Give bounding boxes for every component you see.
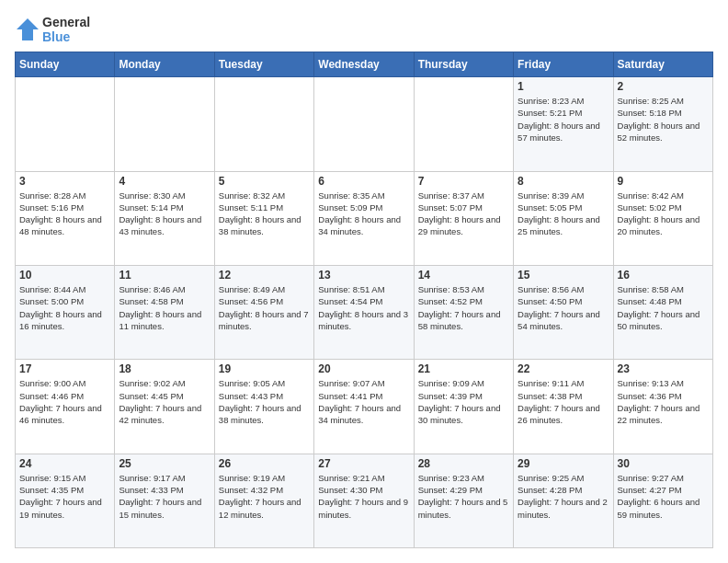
day-number: 23 — [618, 362, 709, 375]
day-info: Sunrise: 9:02 AM Sunset: 4:45 PM Dayligh… — [119, 377, 210, 426]
day-number: 20 — [318, 362, 409, 375]
day-cell: 16Sunrise: 8:58 AM Sunset: 4:48 PM Dayli… — [613, 265, 712, 359]
day-number: 11 — [119, 269, 210, 282]
day-cell: 4Sunrise: 8:30 AM Sunset: 5:14 PM Daylig… — [115, 171, 214, 265]
logo-container: General Blue — [15, 15, 90, 44]
week-row-0: 1Sunrise: 8:23 AM Sunset: 5:21 PM Daylig… — [16, 77, 713, 171]
day-info: Sunrise: 9:07 AM Sunset: 4:41 PM Dayligh… — [318, 377, 409, 426]
day-cell: 5Sunrise: 8:32 AM Sunset: 5:11 PM Daylig… — [214, 171, 313, 265]
day-cell: 6Sunrise: 8:35 AM Sunset: 5:09 PM Daylig… — [314, 171, 414, 265]
day-number: 16 — [618, 269, 709, 282]
day-info: Sunrise: 8:35 AM Sunset: 5:09 PM Dayligh… — [318, 190, 409, 238]
day-info: Sunrise: 9:19 AM Sunset: 4:32 PM Dayligh… — [219, 472, 310, 521]
header-thursday: Thursday — [414, 52, 513, 77]
week-row-4: 24Sunrise: 9:15 AM Sunset: 4:35 PM Dayli… — [16, 454, 713, 547]
day-info: Sunrise: 9:05 AM Sunset: 4:43 PM Dayligh… — [219, 377, 310, 426]
day-cell: 24Sunrise: 9:15 AM Sunset: 4:35 PM Dayli… — [16, 454, 115, 547]
day-cell: 11Sunrise: 8:46 AM Sunset: 4:58 PM Dayli… — [115, 265, 214, 359]
day-info: Sunrise: 8:39 AM Sunset: 5:05 PM Dayligh… — [518, 190, 609, 238]
week-row-3: 17Sunrise: 9:00 AM Sunset: 4:46 PM Dayli… — [16, 360, 713, 454]
day-cell: 28Sunrise: 9:23 AM Sunset: 4:29 PM Dayli… — [414, 454, 513, 547]
day-cell: 13Sunrise: 8:51 AM Sunset: 4:54 PM Dayli… — [314, 265, 414, 359]
day-info: Sunrise: 8:28 AM Sunset: 5:16 PM Dayligh… — [19, 190, 110, 238]
day-number: 5 — [219, 175, 310, 188]
day-cell: 14Sunrise: 8:53 AM Sunset: 4:52 PM Dayli… — [414, 265, 513, 359]
day-info: Sunrise: 8:51 AM Sunset: 4:54 PM Dayligh… — [318, 283, 409, 332]
day-number: 27 — [318, 457, 409, 470]
day-cell: 22Sunrise: 9:11 AM Sunset: 4:38 PM Dayli… — [514, 360, 613, 454]
day-cell: 15Sunrise: 8:56 AM Sunset: 4:50 PM Dayli… — [514, 265, 613, 359]
header-saturday: Saturday — [613, 52, 712, 77]
day-number: 19 — [219, 362, 310, 375]
day-cell — [314, 77, 414, 171]
day-cell: 25Sunrise: 9:17 AM Sunset: 4:33 PM Dayli… — [115, 454, 214, 547]
day-cell: 20Sunrise: 9:07 AM Sunset: 4:41 PM Dayli… — [314, 360, 414, 454]
day-cell: 8Sunrise: 8:39 AM Sunset: 5:05 PM Daylig… — [514, 171, 613, 265]
day-cell: 27Sunrise: 9:21 AM Sunset: 4:30 PM Dayli… — [314, 454, 414, 547]
logo-text-block: General Blue — [42, 15, 90, 44]
day-number: 24 — [19, 457, 110, 470]
day-info: Sunrise: 8:49 AM Sunset: 4:56 PM Dayligh… — [219, 283, 310, 332]
header-friday: Friday — [514, 52, 613, 77]
day-number: 13 — [318, 269, 409, 282]
day-cell: 29Sunrise: 9:25 AM Sunset: 4:28 PM Dayli… — [514, 454, 613, 547]
day-number: 1 — [518, 80, 609, 93]
day-number: 12 — [219, 269, 310, 282]
day-info: Sunrise: 8:42 AM Sunset: 5:02 PM Dayligh… — [618, 190, 709, 238]
day-number: 4 — [119, 175, 210, 188]
day-number: 14 — [418, 269, 509, 282]
svg-marker-0 — [17, 18, 39, 40]
day-cell — [214, 77, 313, 171]
day-number: 22 — [518, 362, 609, 375]
day-cell: 9Sunrise: 8:42 AM Sunset: 5:02 PM Daylig… — [613, 171, 712, 265]
day-info: Sunrise: 8:32 AM Sunset: 5:11 PM Dayligh… — [219, 190, 310, 238]
day-number: 29 — [518, 457, 609, 470]
day-cell — [115, 77, 214, 171]
day-info: Sunrise: 9:15 AM Sunset: 4:35 PM Dayligh… — [19, 472, 110, 521]
day-number: 18 — [119, 362, 210, 375]
day-cell: 1Sunrise: 8:23 AM Sunset: 5:21 PM Daylig… — [514, 77, 613, 171]
day-info: Sunrise: 9:17 AM Sunset: 4:33 PM Dayligh… — [119, 472, 210, 521]
day-number: 25 — [119, 457, 210, 470]
week-row-2: 10Sunrise: 8:44 AM Sunset: 5:00 PM Dayli… — [16, 265, 713, 359]
day-number: 21 — [418, 362, 509, 375]
day-number: 26 — [219, 457, 310, 470]
day-number: 28 — [418, 457, 509, 470]
day-info: Sunrise: 8:44 AM Sunset: 5:00 PM Dayligh… — [19, 283, 110, 332]
day-cell — [16, 77, 115, 171]
day-number: 2 — [618, 80, 709, 93]
day-info: Sunrise: 8:25 AM Sunset: 5:18 PM Dayligh… — [618, 95, 709, 144]
day-cell: 18Sunrise: 9:02 AM Sunset: 4:45 PM Dayli… — [115, 360, 214, 454]
day-info: Sunrise: 9:09 AM Sunset: 4:39 PM Dayligh… — [418, 377, 509, 426]
day-info: Sunrise: 8:56 AM Sunset: 4:50 PM Dayligh… — [518, 283, 609, 332]
day-cell: 3Sunrise: 8:28 AM Sunset: 5:16 PM Daylig… — [16, 171, 115, 265]
day-cell: 10Sunrise: 8:44 AM Sunset: 5:00 PM Dayli… — [16, 265, 115, 359]
logo-blue: Blue — [42, 29, 90, 44]
week-row-1: 3Sunrise: 8:28 AM Sunset: 5:16 PM Daylig… — [16, 171, 713, 265]
day-number: 15 — [518, 269, 609, 282]
day-cell: 30Sunrise: 9:27 AM Sunset: 4:27 PM Dayli… — [613, 454, 712, 547]
day-cell: 19Sunrise: 9:05 AM Sunset: 4:43 PM Dayli… — [214, 360, 313, 454]
day-info: Sunrise: 9:23 AM Sunset: 4:29 PM Dayligh… — [418, 472, 509, 521]
day-cell: 21Sunrise: 9:09 AM Sunset: 4:39 PM Dayli… — [414, 360, 513, 454]
day-info: Sunrise: 8:46 AM Sunset: 4:58 PM Dayligh… — [119, 283, 210, 332]
calendar-table: SundayMondayTuesdayWednesdayThursdayFrid… — [15, 52, 713, 548]
day-number: 7 — [418, 175, 509, 188]
day-cell: 23Sunrise: 9:13 AM Sunset: 4:36 PM Dayli… — [613, 360, 712, 454]
day-cell: 7Sunrise: 8:37 AM Sunset: 5:07 PM Daylig… — [414, 171, 513, 265]
day-info: Sunrise: 9:25 AM Sunset: 4:28 PM Dayligh… — [518, 472, 609, 521]
day-info: Sunrise: 9:11 AM Sunset: 4:38 PM Dayligh… — [518, 377, 609, 426]
header: General Blue — [15, 15, 713, 44]
day-info: Sunrise: 8:30 AM Sunset: 5:14 PM Dayligh… — [119, 190, 210, 238]
calendar-header-row: SundayMondayTuesdayWednesdayThursdayFrid… — [16, 52, 713, 77]
header-monday: Monday — [115, 52, 214, 77]
day-cell: 12Sunrise: 8:49 AM Sunset: 4:56 PM Dayli… — [214, 265, 313, 359]
day-number: 9 — [618, 175, 709, 188]
day-number: 3 — [19, 175, 110, 188]
day-cell — [414, 77, 513, 171]
day-cell: 26Sunrise: 9:19 AM Sunset: 4:32 PM Dayli… — [214, 454, 313, 547]
day-info: Sunrise: 9:27 AM Sunset: 4:27 PM Dayligh… — [618, 472, 709, 521]
day-cell: 2Sunrise: 8:25 AM Sunset: 5:18 PM Daylig… — [613, 77, 712, 171]
day-cell: 17Sunrise: 9:00 AM Sunset: 4:46 PM Dayli… — [16, 360, 115, 454]
page: General Blue SundayMondayTuesdayWednesda… — [0, 0, 728, 563]
